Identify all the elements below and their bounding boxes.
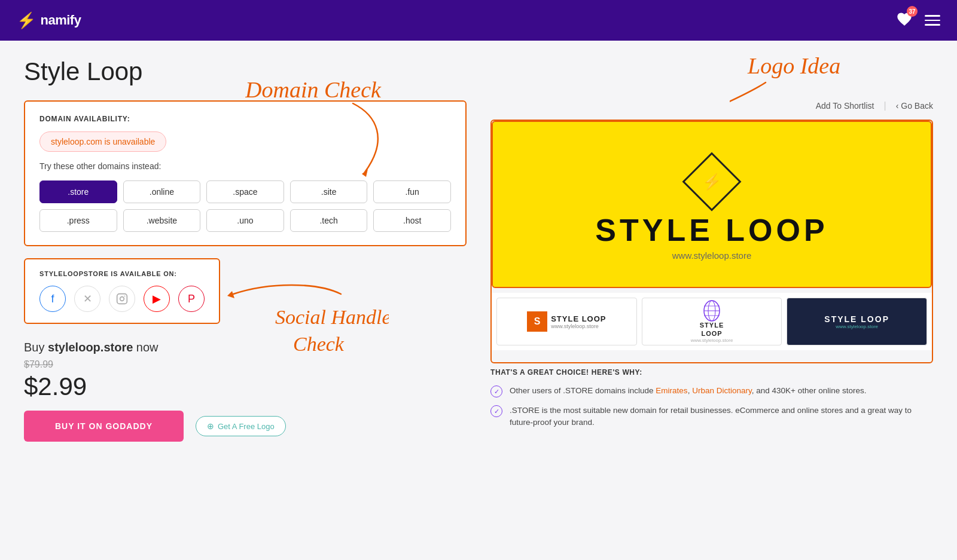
logo-url: www.styleloop.store	[672, 250, 752, 261]
buy-suffix: now	[133, 341, 158, 354]
menu-button[interactable]	[925, 15, 940, 26]
youtube-icon[interactable]: ▶	[144, 286, 170, 312]
menu-line-2	[925, 20, 940, 22]
v2-url: www.styleloop.store	[691, 338, 733, 343]
domain-availability-box: DOMAIN AVAILABILITY: styleloop.com is un…	[24, 100, 467, 246]
buy-domain: styleloop.store	[48, 341, 133, 354]
why-item-2: ✓ .STORE is the most suitable new domain…	[490, 405, 933, 429]
tld-space[interactable]: .space	[206, 180, 284, 203]
right-column: Logo Idea Add To Shortlist | ‹ Go Back	[490, 100, 933, 436]
emirates-link[interactable]: Emirates	[656, 386, 687, 395]
logo-content: ⚡ STYLE LOOP www.styleloop.store	[595, 161, 828, 261]
get-logo-label: Get A Free Logo	[218, 422, 275, 431]
tld-uno[interactable]: .uno	[206, 209, 284, 232]
pinterest-icon[interactable]: P	[178, 286, 205, 312]
social-label: STYLELOOPSTORE IS AVAILABLE ON:	[39, 270, 205, 277]
v1-text-block: STYLE LOOP www.styleloop.store	[551, 314, 606, 329]
menu-line-1	[925, 15, 940, 17]
why-text-2: .STORE is the most suitable new domain f…	[510, 405, 933, 429]
try-other-text: Try these other domains instead:	[39, 161, 451, 171]
v2-globe-icon	[703, 300, 720, 322]
separator: |	[883, 100, 886, 111]
tld-press[interactable]: .press	[39, 209, 117, 232]
tld-online[interactable]: .online	[123, 180, 201, 203]
tld-store[interactable]: .store	[39, 180, 117, 203]
page-title: Style Loop	[24, 57, 933, 86]
check-icon-1: ✓	[490, 385, 502, 397]
v1-icon: S	[527, 311, 547, 332]
wishlist-button[interactable]: 37	[896, 11, 913, 30]
logo-text: namify	[41, 13, 81, 28]
namify-logo: ⚡ namify	[17, 11, 81, 30]
go-back-label: Go Back	[901, 101, 933, 111]
tld-grid: .store .online .space .site .fun .press …	[39, 180, 451, 232]
add-shortlist-link[interactable]: Add To Shortlist	[816, 101, 874, 111]
social-icons-row: f ✕ ▶ P	[39, 286, 205, 312]
logo-diamond-wrapper: ⚡	[691, 161, 733, 203]
logo-diamond-symbol: ⚡	[702, 172, 721, 191]
logo-main-text: STYLE LOOP	[595, 215, 828, 246]
svg-marker-5	[227, 291, 234, 298]
v1-url: www.styleloop.store	[551, 323, 606, 329]
logo-variants: S STYLE LOOP www.styleloop.store	[492, 293, 932, 350]
buy-row: BUY IT ON GODADDY ⊕ Get A Free Logo	[24, 411, 467, 442]
tld-host[interactable]: .host	[373, 209, 451, 232]
logo-variant-3[interactable]: STYLE LOOP www.styleloop.store	[787, 298, 927, 345]
buy-section: Buy styleloop.store now $79.99 $2.99 BUY…	[24, 341, 467, 442]
logo-preview-container: ⚡ STYLE LOOP www.styleloop.store S	[490, 120, 933, 363]
tld-fun[interactable]: .fun	[373, 180, 451, 203]
header: ⚡ namify 37	[0, 0, 957, 41]
buy-text: Buy styleloop.store now	[24, 341, 467, 354]
svg-text:Social Handle: Social Handle	[275, 306, 389, 328]
v3-url: www.styleloop.store	[824, 324, 889, 329]
tld-tech[interactable]: .tech	[290, 209, 368, 232]
why-item-1: ✓ Other users of .STORE domains include …	[490, 385, 933, 397]
logo-icon: ⚡	[17, 11, 36, 30]
buy-godaddy-button[interactable]: BUY IT ON GODADDY	[24, 411, 184, 442]
tld-site[interactable]: .site	[290, 180, 368, 203]
go-back-chevron: ‹	[896, 101, 899, 111]
why-section: THAT'S A GREAT CHOICE! HERE'S WHY: ✓ Oth…	[490, 368, 933, 429]
svg-rect-2	[117, 294, 127, 304]
logo-diamond: ⚡	[682, 152, 742, 211]
logo-variant-2[interactable]: STYLELOOP www.styleloop.store	[642, 298, 782, 345]
menu-line-3	[925, 24, 940, 26]
v1-title: STYLE LOOP	[551, 314, 606, 323]
v3-title: STYLE LOOP	[824, 314, 889, 324]
domain-unavailable: styleloop.com is unavailable	[39, 131, 166, 152]
left-column: Domain Check DOMAIN AVAILABILITY: stylel…	[24, 100, 467, 442]
header-actions: 37	[896, 11, 940, 30]
get-free-logo-button[interactable]: ⊕ Get A Free Logo	[196, 416, 286, 436]
go-back-link[interactable]: ‹ Go Back	[896, 101, 933, 111]
price-old: $79.99	[24, 359, 467, 370]
v2-title: STYLELOOP	[700, 322, 724, 337]
logo-variant-1[interactable]: S STYLE LOOP www.styleloop.store	[496, 298, 637, 345]
tld-website[interactable]: .website	[123, 209, 201, 232]
two-column-layout: Domain Check DOMAIN AVAILABILITY: stylel…	[24, 100, 933, 442]
instagram-icon[interactable]	[109, 286, 135, 312]
main-content: Style Loop Domain Check DOMAIN AVAILABIL…	[0, 41, 957, 458]
wishlist-badge: 37	[907, 6, 918, 17]
svg-point-3	[120, 297, 124, 301]
twitter-icon[interactable]: ✕	[74, 286, 100, 312]
why-text-1: Other users of .STORE domains include Em…	[510, 385, 866, 397]
why-title: THAT'S A GREAT CHOICE! HERE'S WHY:	[490, 368, 933, 377]
right-header: Add To Shortlist | ‹ Go Back	[490, 100, 933, 111]
price-new: $2.99	[24, 372, 467, 401]
facebook-icon[interactable]: f	[39, 286, 66, 312]
urban-dict-link[interactable]: Urban Dictionary	[692, 386, 752, 395]
svg-point-4	[124, 296, 126, 297]
buy-prefix: Buy	[24, 341, 48, 354]
check-icon-2: ✓	[490, 405, 502, 417]
social-availability-box: STYLELOOPSTORE IS AVAILABLE ON: f ✕ ▶	[24, 258, 220, 324]
social-handle-section: STYLELOOPSTORE IS AVAILABLE ON: f ✕ ▶	[24, 258, 467, 324]
domain-label: DOMAIN AVAILABILITY:	[39, 115, 451, 123]
logo-main-preview: ⚡ STYLE LOOP www.styleloop.store	[492, 121, 932, 288]
